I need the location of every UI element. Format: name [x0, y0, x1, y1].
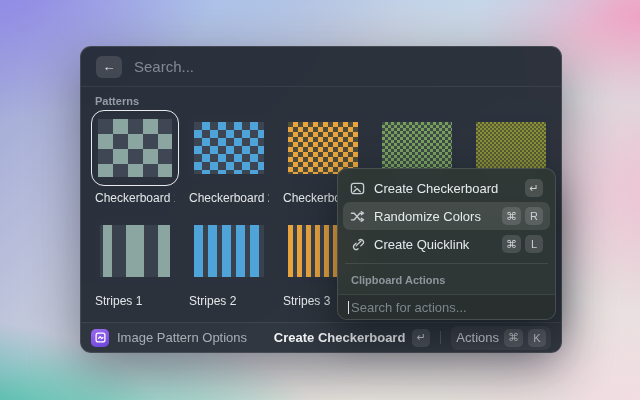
pattern-label: Checkerboard 2 — [189, 191, 269, 205]
section-label-patterns: Patterns — [95, 95, 561, 107]
pattern-cell[interactable]: Checkerboard 1 — [95, 114, 175, 205]
menu-divider — [345, 263, 548, 264]
checkerboard-5-preview — [476, 122, 546, 174]
menu-item-create-checkerboard[interactable]: Create Checkerboard ↵ — [343, 174, 550, 202]
menu-section-clipboard-actions: Clipboard Actions — [343, 269, 550, 292]
checkerboard-2-preview — [194, 122, 264, 174]
r-key-badge: R — [525, 207, 543, 225]
app-label: Image Pattern Options — [117, 330, 247, 345]
stripes-1-preview — [100, 225, 170, 277]
pattern-card[interactable] — [189, 114, 269, 182]
cmd-key-badge: ⌘ — [502, 207, 521, 225]
menu-list: Create Checkerboard ↵ Randomize Colors ⌘… — [338, 169, 555, 294]
image-pattern-icon — [91, 329, 109, 347]
checkerboard-1-preview — [98, 119, 172, 177]
primary-action-button[interactable]: Create Checkerboard — [274, 330, 406, 345]
actions-context-menu: Create Checkerboard ↵ Randomize Colors ⌘… — [337, 168, 556, 320]
pattern-card[interactable] — [95, 114, 175, 182]
search-input[interactable]: Search... — [134, 58, 194, 75]
pattern-card[interactable] — [189, 217, 269, 285]
menu-item-label: Create Quicklink — [374, 237, 469, 252]
link-icon — [350, 237, 365, 252]
checkerboard-3-preview — [288, 122, 358, 174]
cmd-key-badge: ⌘ — [504, 329, 523, 347]
menu-item-label: Randomize Colors — [374, 209, 481, 224]
menu-item-create-quicklink[interactable]: Create Quicklink ⌘ L — [343, 230, 550, 258]
search-bar: ← Search... — [81, 47, 561, 87]
return-key-badge: ↵ — [525, 179, 543, 197]
l-key-badge: L — [525, 235, 543, 253]
k-key-badge: K — [528, 329, 546, 347]
image-icon — [350, 181, 365, 196]
menu-search-bar[interactable]: Search for actions... — [338, 294, 555, 319]
pattern-cell[interactable]: Stripes 1 — [95, 217, 175, 308]
pattern-cell[interactable]: Stripes 2 — [189, 217, 269, 308]
checkerboard-4-preview — [382, 122, 452, 174]
stripes-2-preview — [194, 225, 264, 277]
pattern-card[interactable] — [95, 217, 175, 285]
pattern-label: Stripes 2 — [189, 294, 269, 308]
menu-item-label: Create Checkerboard — [374, 181, 498, 196]
actions-label: Actions — [456, 330, 499, 345]
return-key-badge: ↵ — [412, 329, 430, 347]
shuffle-icon — [350, 209, 365, 224]
pattern-cell[interactable]: Checkerboard 2 — [189, 114, 269, 205]
pattern-label: Checkerboard 1 — [95, 191, 175, 205]
back-arrow-icon: ← — [103, 59, 116, 74]
menu-item-randomize-colors[interactable]: Randomize Colors ⌘ R — [343, 202, 550, 230]
menu-search-input[interactable]: Search for actions... — [351, 300, 467, 315]
pattern-label: Stripes 1 — [95, 294, 175, 308]
status-bar: Image Pattern Options Create Checkerboar… — [81, 322, 561, 352]
statusbar-divider — [440, 331, 441, 344]
cmd-key-badge: ⌘ — [502, 235, 521, 253]
text-cursor — [348, 301, 349, 314]
actions-button[interactable]: Actions ⌘ K — [451, 326, 551, 350]
back-button[interactable]: ← — [96, 56, 122, 78]
